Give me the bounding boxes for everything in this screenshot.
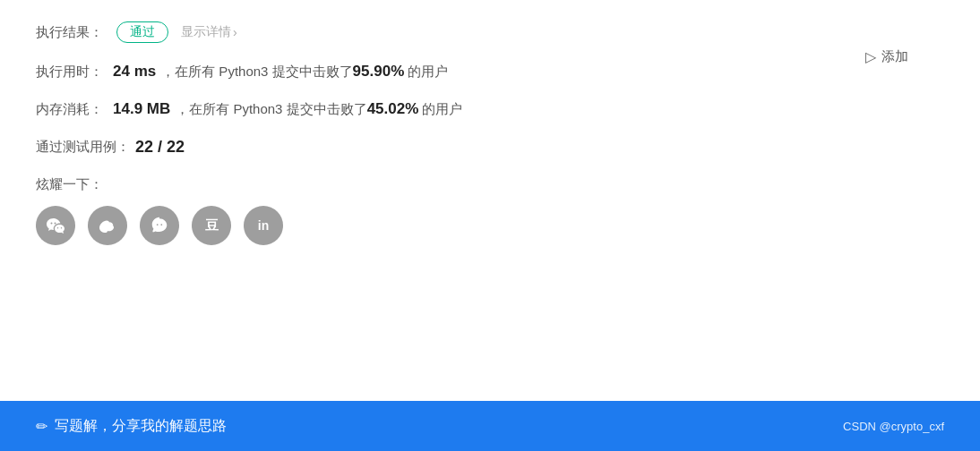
pass-badge: 通过 (116, 21, 168, 43)
result-label: 执行结果： (36, 24, 107, 41)
time-suffix-text: 的用户 (408, 64, 448, 81)
social-section: 炫耀一下： 豆 in (36, 176, 944, 245)
douban-icon[interactable]: 豆 (192, 206, 231, 245)
social-icons-row: 豆 in (36, 206, 944, 245)
pencil-icon: ✏ (36, 418, 47, 435)
csdn-credit: CSDN @crypto_cxf (843, 420, 944, 433)
linkedin-icon[interactable]: in (244, 206, 283, 245)
add-button[interactable]: ▷ 添加 (865, 48, 908, 65)
test-cases-row: 通过测试用例： 22 / 22 (36, 138, 944, 157)
result-header: 执行结果： 通过 显示详情 › ▷ 添加 (36, 21, 944, 43)
show-detail-link[interactable]: 显示详情 › (179, 24, 237, 40)
test-label: 通过测试用例： (36, 139, 130, 156)
time-value: 24 ms (113, 63, 156, 81)
memory-row: 内存消耗： 14.9 MB ，在所有 Python3 提交中击败了 45.02%… (36, 100, 944, 118)
memory-text: ，在所有 Python3 提交中击败了 (176, 101, 366, 118)
time-text: ，在所有 Python3 提交中击败了 (161, 64, 352, 81)
bottom-bar: ✏ 写题解，分享我的解题思路 CSDN @crypto_cxf (0, 401, 980, 451)
main-content: 执行结果： 通过 显示详情 › ▷ 添加 执行用时： 24 ms ，在所有 Py… (0, 0, 980, 394)
write-solution-label: 写题解，分享我的解题思路 (55, 417, 227, 436)
write-solution-button[interactable]: ✏ 写题解，分享我的解题思路 (36, 417, 227, 436)
flag-icon: ▷ (865, 48, 876, 65)
memory-label: 内存消耗： (36, 101, 107, 118)
time-percent: 95.90% (353, 63, 405, 81)
memory-suffix-text: 的用户 (422, 101, 462, 118)
time-label: 执行用时： (36, 64, 107, 81)
qq-icon[interactable] (140, 206, 179, 245)
social-label: 炫耀一下： (36, 176, 944, 193)
time-row: 执行用时： 24 ms ，在所有 Python3 提交中击败了 95.90% 的… (36, 63, 944, 81)
test-value: 22 / 22 (135, 138, 185, 157)
weibo-icon[interactable] (88, 206, 127, 245)
memory-percent: 45.02% (367, 100, 419, 118)
memory-value: 14.9 MB (113, 100, 170, 118)
wechat-icon[interactable] (36, 206, 75, 245)
